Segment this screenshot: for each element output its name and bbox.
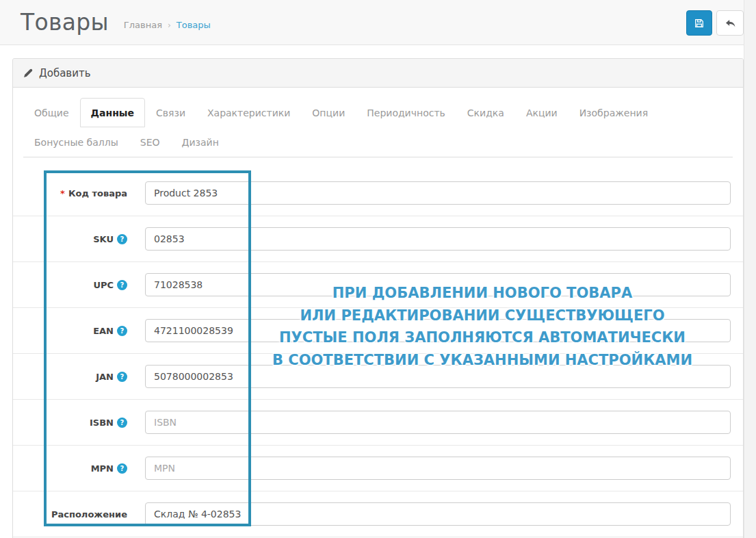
tab-2[interactable]: Связи <box>145 98 196 127</box>
tab-10[interactable]: SEO <box>129 127 171 157</box>
field-label-text: ISBN <box>90 418 114 428</box>
form-rows: * Код товара SKU ? UPC ? EAN ? JAN ? <box>13 157 743 537</box>
input-location[interactable] <box>145 502 731 526</box>
form-row-mpn: MPN ? <box>13 446 743 491</box>
help-icon[interactable]: ? <box>117 372 127 382</box>
tab-7[interactable]: Акции <box>515 98 569 127</box>
field-label-text: Расположение <box>51 509 127 520</box>
field-label-text: SKU <box>93 234 114 244</box>
tab-label: Акции <box>526 107 558 118</box>
form-row-ean: EAN ? <box>13 308 743 354</box>
form-row-model: * Код товара <box>13 170 743 216</box>
breadcrumb: Главная › Товары <box>124 20 211 30</box>
tab-label: Периодичность <box>367 107 445 118</box>
panel-heading-label: Добавить <box>39 67 91 79</box>
field-label-text: JAN <box>96 372 114 382</box>
tab-8[interactable]: Изображения <box>569 98 659 127</box>
field-label: SKU ? <box>23 234 133 244</box>
content-area: Добавить Общие Данные Связи Характеристи… <box>0 45 756 538</box>
tab-label: Бонусные баллы <box>34 137 118 148</box>
tab-3[interactable]: Характеристики <box>196 98 301 127</box>
field-label: * Код товара <box>23 188 133 198</box>
save-button[interactable] <box>686 10 712 36</box>
back-button[interactable] <box>716 10 744 36</box>
tab-label: Данные <box>91 107 134 118</box>
tabs-container: Общие Данные Связи Характеристики Опции … <box>23 98 733 157</box>
tab-9[interactable]: Бонусные баллы <box>23 127 129 157</box>
tab-4[interactable]: Опции <box>301 98 356 127</box>
input-ean[interactable] <box>145 319 731 342</box>
breadcrumb-home-link[interactable]: Главная <box>124 20 162 30</box>
tab-label: Скидка <box>467 107 504 118</box>
form-row-jan: JAN ? <box>13 354 743 400</box>
field-label: Расположение <box>23 509 133 520</box>
input-model[interactable] <box>145 181 731 205</box>
required-marker: * <box>60 188 65 198</box>
input-jan[interactable] <box>145 365 731 388</box>
floppy-disk-icon <box>694 18 705 29</box>
help-icon[interactable]: ? <box>117 326 127 336</box>
panel-heading: Добавить <box>13 59 743 88</box>
breadcrumb-current-link[interactable]: Товары <box>177 20 211 30</box>
input-mpn[interactable] <box>145 457 731 480</box>
field-label: JAN ? <box>23 372 133 382</box>
field-label-text: Код товара <box>68 188 127 198</box>
pencil-icon <box>23 68 33 78</box>
page-title: Товары <box>21 9 109 36</box>
tab-0[interactable]: Общие <box>23 98 80 127</box>
help-icon[interactable]: ? <box>117 234 127 244</box>
tab-11[interactable]: Дизайн <box>171 127 230 157</box>
help-icon[interactable]: ? <box>117 418 127 428</box>
form-row-isbn: ISBN ? <box>13 400 743 446</box>
header-actions <box>686 10 744 36</box>
tab-list: Общие Данные Связи Характеристики Опции … <box>23 98 733 157</box>
input-upc[interactable] <box>145 273 731 296</box>
help-icon[interactable]: ? <box>117 280 127 290</box>
page-header: Товары Главная › Товары <box>0 0 756 45</box>
tab-label: Общие <box>34 107 69 118</box>
field-label: UPC ? <box>23 280 133 290</box>
tab-6[interactable]: Скидка <box>456 98 515 127</box>
input-isbn[interactable] <box>145 411 731 434</box>
field-label-text: UPC <box>93 280 114 290</box>
tab-label: Дизайн <box>182 137 219 148</box>
form-row-location: Расположение <box>13 491 743 537</box>
tab-label: Связи <box>156 107 185 118</box>
field-label: EAN ? <box>23 326 133 336</box>
help-icon[interactable]: ? <box>117 463 127 474</box>
tab-1[interactable]: Данные <box>80 98 145 127</box>
field-label: MPN ? <box>23 463 133 474</box>
field-label-text: EAN <box>93 326 114 336</box>
form-row-sku: SKU ? <box>13 216 743 262</box>
vertical-scrollbar[interactable] <box>744 0 756 538</box>
form-row-upc: UPC ? <box>13 262 743 308</box>
product-form-panel: Добавить Общие Данные Связи Характеристи… <box>12 58 744 538</box>
tab-label: Изображения <box>579 107 648 118</box>
input-sku[interactable] <box>145 227 731 251</box>
tab-label: Опции <box>312 107 345 118</box>
back-arrow-icon <box>725 18 736 28</box>
field-label: ISBN ? <box>23 418 133 428</box>
tab-5[interactable]: Периодичность <box>356 98 456 127</box>
tab-label: SEO <box>140 137 160 148</box>
tab-label: Характеристики <box>207 107 290 118</box>
field-label-text: MPN <box>91 463 114 474</box>
breadcrumb-separator: › <box>168 21 171 30</box>
